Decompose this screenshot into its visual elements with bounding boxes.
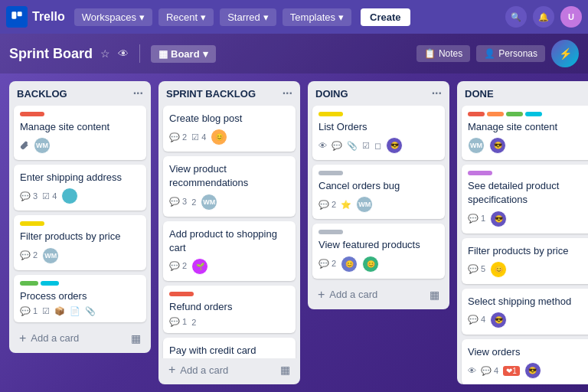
column-menu-sprint-backlog[interactable]: ··· (283, 87, 292, 100)
card-meta: 💬 2 WM (20, 247, 140, 264)
label-gray (318, 230, 343, 234)
card-title: Manage site content (468, 120, 588, 134)
card-cancel-orders-bug[interactable]: Cancel orders bug 💬 2 ⭐ WM (312, 165, 445, 219)
card-avatar: WM (468, 137, 485, 154)
notification-icon[interactable]: 🔔 (533, 6, 554, 28)
label-red (468, 112, 485, 116)
board-title[interactable]: Sprint Board (9, 46, 93, 62)
workspaces-button[interactable]: Workspaces ▾ (74, 8, 152, 26)
add-card-label: Add a card (329, 289, 377, 300)
card-title: Pay with credit card (169, 344, 289, 358)
label-red (20, 112, 44, 116)
card-labels (318, 171, 439, 175)
card-avatar: 😊 (362, 256, 379, 273)
card-title: Select shipping method (468, 295, 588, 309)
create-button[interactable]: Create (361, 8, 410, 26)
card-title: Manage site content (20, 120, 140, 134)
card-avatar: WM (201, 194, 217, 211)
add-card-doing[interactable]: + Add a card ▦ (310, 283, 447, 306)
card-process-orders[interactable]: Process orders 💬 1 ☑ 📦 📄 📎 (14, 275, 146, 322)
column-done: DONE ··· Manage site content WM 😎 (457, 81, 588, 384)
card-select-shipping-method[interactable]: Select shipping method 💬 4 😎 (462, 289, 588, 335)
personas-button[interactable]: 👤 Personas (476, 45, 545, 62)
add-card-backlog[interactable]: + Add a card ▦ (11, 327, 149, 350)
card-meta: 💬 3 2 WM (169, 194, 289, 211)
card-avatar: 😎 (490, 312, 507, 328)
card-labels (468, 112, 588, 116)
card-avatar: WM (34, 137, 51, 154)
template-icon[interactable]: ▦ (131, 332, 141, 345)
card-avatar: 😎 (386, 137, 403, 154)
box-meta: ◻ (374, 141, 381, 151)
visibility-icon[interactable]: 👁 (118, 47, 129, 60)
card-enter-shipping-address[interactable]: Enter shipping address 💬 3 ☑ 4 (14, 165, 146, 211)
column-menu-backlog[interactable]: ··· (133, 87, 143, 100)
card-filter-products[interactable]: Filter products by price 💬 2 WM (14, 215, 146, 270)
column-title-sprint-backlog: SPRINT BACKLOG (166, 88, 256, 100)
card-add-product-to-cart[interactable]: Add product to shopping cart 💬 2 🌱 (163, 221, 296, 281)
card-avatar: 😎 (490, 211, 507, 227)
card-refund-orders[interactable]: Refund orders 💬 1 2 (163, 286, 296, 333)
starred-button[interactable]: Starred ▾ (220, 8, 276, 26)
card-see-detailed-product[interactable]: See detailed product specifications 💬 1 … (462, 165, 588, 233)
count-meta: 2 (191, 318, 196, 327)
card-done-manage-site[interactable]: Manage site content WM 😎 (462, 106, 588, 160)
card-labels (468, 171, 588, 175)
label-yellow (20, 221, 44, 226)
box-meta: 📦 (54, 306, 65, 316)
template-icon[interactable]: ▦ (280, 364, 290, 376)
card-meta: 💬 4 😎 (468, 312, 588, 328)
label-green (506, 112, 523, 116)
column-title-doing: DOING (315, 88, 348, 100)
label-red (169, 292, 194, 296)
card-pay-with-credit-card[interactable]: Pay with credit card 💬 3 ⭐ 1 (163, 338, 296, 358)
notes-button[interactable]: 📋 Notes (416, 45, 470, 62)
card-title: Filter products by price (20, 230, 140, 243)
column-cards-doing: List Orders 👁 💬 📎 ☑ ◻ 😎 Cancel orders bu… (308, 106, 449, 283)
card-view-product-recommendations[interactable]: View product recommendations 💬 3 2 WM (163, 156, 296, 216)
templates-button[interactable]: Templates ▾ (283, 8, 351, 26)
card-view-orders[interactable]: View orders 👁 💬 4 ❤1 😎 (462, 339, 588, 384)
card-meta: 👁 💬 4 ❤1 😎 (468, 362, 588, 379)
card-manage-site-content[interactable]: Manage site content WM (14, 106, 146, 160)
card-meta: WM (20, 137, 140, 154)
star-icon[interactable]: ☆ (100, 47, 110, 60)
card-title: Create blog post (169, 112, 289, 126)
card-meta: 💬 1 😎 (468, 211, 588, 227)
card-meta: 💬 2 ☑ 4 😊 (169, 129, 289, 145)
plus-icon: + (19, 332, 26, 345)
card-labels (169, 292, 289, 296)
attach-meta: 📎 (347, 141, 358, 151)
nav-logo[interactable]: Trello (6, 6, 65, 28)
comment-meta: 💬 (332, 141, 342, 151)
card-avatar: WM (42, 247, 59, 264)
card-title: Filter products by price (468, 244, 588, 258)
card-labels (20, 281, 140, 286)
recent-button[interactable]: Recent ▾ (158, 8, 214, 26)
comment-meta: 💬 1 (20, 306, 38, 316)
column-backlog: BACKLOG ··· Manage site content WM Enter… (9, 81, 151, 353)
label-teal (525, 112, 542, 116)
search-icon[interactable]: 🔍 (505, 6, 527, 28)
label-gray (318, 171, 343, 175)
plus-icon: + (168, 363, 175, 377)
check-meta: ☑ (362, 141, 370, 151)
card-done-filter-products[interactable]: Filter products by price 💬 5 😊 (462, 238, 588, 284)
column-cards-done: Manage site content WM 😎 See detailed pr… (457, 106, 588, 384)
add-card-sprint-backlog[interactable]: + Add a card ▦ (161, 358, 298, 381)
card-create-blog-post[interactable]: Create blog post 💬 2 ☑ 4 😊 (163, 106, 296, 152)
template-icon[interactable]: ▦ (430, 289, 439, 301)
card-title: View featured products (318, 238, 439, 252)
column-menu-doing[interactable]: ··· (432, 87, 442, 100)
board-content: BACKLOG ··· Manage site content WM Enter… (0, 74, 588, 392)
card-list-orders[interactable]: List Orders 👁 💬 📎 ☑ ◻ 😎 (312, 106, 445, 160)
card-view-featured-products[interactable]: View featured products 💬 2 😊 😊 (312, 224, 445, 278)
column-cards-backlog: Manage site content WM Enter shipping ad… (9, 106, 151, 327)
top-nav: Trello Workspaces ▾ Recent ▾ Starred ▾ T… (0, 0, 588, 34)
comment-meta: 💬 1 (468, 214, 485, 224)
board-view-button[interactable]: ▦ Board ▾ (151, 45, 216, 63)
card-avatar: 😊 (341, 256, 358, 273)
user-avatar[interactable]: U (560, 6, 582, 28)
card-title: Process orders (20, 289, 140, 303)
card-meta: 💬 2 ⭐ WM (318, 196, 439, 213)
